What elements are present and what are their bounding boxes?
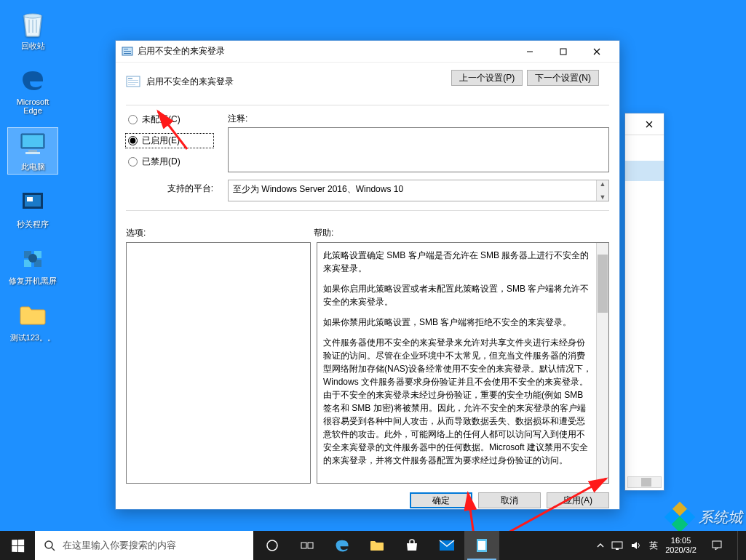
svg-point-12 [28,254,37,263]
windows-logo-icon [12,539,24,551]
svg-rect-29 [478,541,485,550]
svg-rect-31 [713,541,721,548]
show-desktop-button[interactable] [737,531,742,560]
apply-button[interactable]: 应用(A) [547,492,609,508]
state-radiogroup: 未配置(C) 已启用(E) 已禁用(D) [126,113,213,175]
svg-rect-21 [128,82,138,83]
config-row: 未配置(C) 已启用(E) 已禁用(D) 注释: [116,113,619,175]
search-placeholder: 在这里输入你要搜索的内容 [63,539,176,552]
mmc-body [625,135,664,490]
notification-icon [711,540,723,551]
taskbar: 在这里输入你要搜索的内容 英 16:05 2020/3/2 [0,531,746,560]
mail-icon [439,540,455,551]
dialog-title: 启用不安全的来宾登录 [138,45,513,57]
titlebar[interactable]: 启用不安全的来宾登录 [116,41,619,63]
svg-point-24 [267,540,277,551]
taskbar-app-edge[interactable] [325,531,360,560]
next-setting-button[interactable]: 下一个设置(N) [527,70,599,86]
prev-next-nav: 上一个设置(P) 下一个设置(N) [441,70,609,93]
search-icon [44,540,55,551]
folder-icon [369,539,385,552]
options-pane[interactable] [126,242,311,484]
options-label: 选项: [126,227,299,239]
desktop-icon-fix-boot[interactable]: 修复开机黑屏 [7,242,58,288]
help-p1: 此策略设置确定 SMB 客户端是否允许在 SMB 服务器上进行不安全的来宾登录。 [323,249,592,275]
desktop-icon-label: 此电脑 [21,161,45,172]
cancel-button[interactable]: 取消 [478,492,541,508]
cortana-button[interactable] [255,531,290,560]
previous-setting-button[interactable]: 上一个设置(P) [451,70,523,86]
chevron-up-icon[interactable] [597,542,604,549]
ok-button[interactable]: 确定 [410,492,472,508]
svg-point-23 [45,541,52,548]
mmc-selected-row[interactable] [625,161,664,181]
taskbar-app-store[interactable] [394,531,429,560]
close-button[interactable] [580,41,614,63]
help-p2: 如果你启用此策略设置或者未配置此策略设置，SMB 客户端将允许不安全的来宾登录。 [323,282,592,308]
taskbar-app-mail[interactable] [429,531,464,560]
action-center-button[interactable] [704,531,730,560]
taskbar-app-notepad[interactable] [464,531,499,560]
panes-row: 此策略设置确定 SMB 客户端是否允许在 SMB 服务器上进行不安全的来宾登录。… [116,242,619,484]
comment-textarea[interactable] [228,127,609,172]
svg-rect-14 [124,49,128,49]
dialog-footer: 确定 取消 应用(A) [116,484,619,517]
svg-rect-25 [301,543,306,548]
svg-rect-30 [612,542,622,548]
horizontal-scrollbar[interactable] [627,476,662,488]
platform-label: 支持的平台: [126,180,213,195]
desktop-icon-test-folder[interactable]: 测试123。。 [7,299,58,345]
platform-row: 支持的平台: 至少为 Windows Server 2016、Windows 1… [116,175,619,206]
help-p3: 如果你禁用此策略设置，SMB 客户端将拒绝不安全的来宾登录。 [323,316,592,329]
close-icon[interactable] [640,117,658,132]
dialog-subtitle: 启用不安全的来宾登录 [146,76,234,88]
desktop-icon-recycle-bin[interactable]: 回收站 [7,7,58,53]
svg-rect-17 [560,49,566,55]
radio-disabled[interactable]: 已禁用(D) [126,155,213,169]
pane-labels: 选项: 帮助: [116,218,619,242]
recycle-bin-icon [18,9,47,38]
vertical-scrollbar[interactable]: ▲▼ [596,180,608,201]
help-label: 帮助: [314,227,333,239]
desktop-icon-label: 回收站 [21,41,45,52]
taskbar-date: 2020/3/2 [665,545,697,555]
desktop-icon-edge[interactable]: Microsoft Edge [7,64,58,116]
desktop-icon-this-pc[interactable]: 此电脑 [7,127,58,175]
policy-icon [122,46,133,57]
svg-rect-16 [124,53,131,54]
taskbar-app-explorer[interactable] [360,531,394,560]
taskbar-clock[interactable]: 16:05 2020/3/2 [665,536,697,555]
svg-rect-19 [128,78,132,79]
edge-icon [334,537,350,553]
radio-not-configured[interactable]: 未配置(C) [126,113,213,127]
start-button[interactable] [0,531,35,560]
help-pane[interactable]: 此策略设置确定 SMB 客户端是否允许在 SMB 服务器上进行不安全的来宾登录。… [317,242,609,484]
svg-rect-20 [128,80,138,81]
watermark: 系统城 [664,501,742,533]
help-p4: 文件服务器使用不安全的来宾登录来允许对共享文件夹进行未经身份验证的访问。尽管在企… [323,336,592,467]
quick-close-icon [18,187,47,216]
network-icon[interactable] [611,540,623,551]
maximize-button[interactable] [547,41,580,63]
folder-icon [18,300,47,329]
svg-point-0 [24,14,41,18]
task-view-button[interactable] [290,531,325,560]
watermark-logo-icon [664,501,696,533]
desktop-icon-label: 秒关程序 [17,219,49,230]
notepad-icon [475,537,488,553]
dialog-subheader: 启用不安全的来宾登录 上一个设置(P) 下一个设置(N) [116,63,619,100]
minimize-button[interactable] [513,41,547,63]
radio-label: 已禁用(D) [142,156,180,168]
background-mmc-window[interactable] [624,113,664,491]
search-box[interactable]: 在这里输入你要搜索的内容 [35,531,253,560]
volume-icon[interactable] [630,540,642,551]
taskbar-time: 16:05 [665,536,697,545]
desktop-icon-quick-close[interactable]: 秒关程序 [7,185,58,231]
ime-indicator[interactable]: 英 [649,540,658,552]
radio-enabled[interactable]: 已启用(E) [126,134,213,148]
platform-value: 至少为 Windows Server 2016、Windows 10 [233,184,403,194]
svg-rect-22 [128,84,135,85]
svg-rect-15 [124,51,131,52]
vertical-scrollbar[interactable] [596,243,608,483]
policy-dialog: 启用不安全的来宾登录 启用不安全的来宾登录 上一个设置(P) 下一个设置(N) … [115,40,620,510]
